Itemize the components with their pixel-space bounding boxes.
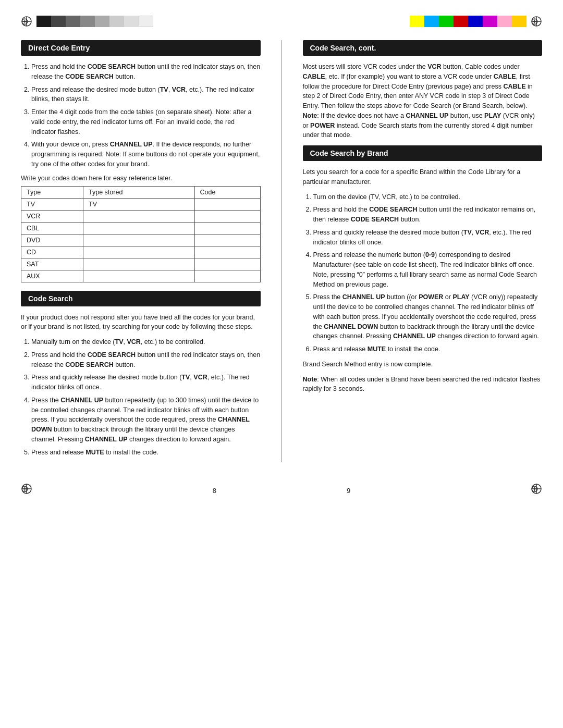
list-item: Press and hold the CODE SEARCH button un… — [31, 62, 261, 82]
table-row: CBL — [21, 222, 261, 234]
table-row: CD — [21, 246, 261, 258]
crosshair-bottom-right — [531, 483, 542, 495]
direct-code-entry-header: Direct Code Entry — [21, 40, 261, 56]
ref-note: Write your codes down here for easy refe… — [21, 175, 261, 182]
code-search-by-brand-header: Code Search by Brand — [303, 145, 543, 161]
list-item: Press the CHANNEL UP button repeatedly (… — [31, 396, 261, 445]
bottom-bar: 8 9 — [21, 478, 542, 495]
left-column: Direct Code Entry Press and hold the COD… — [21, 40, 261, 462]
bar-light-gray2 — [124, 16, 139, 27]
color-bars-left — [36, 16, 153, 27]
table-row: SAT — [21, 258, 261, 270]
table-row: AUX — [21, 270, 261, 282]
bar-red — [454, 16, 468, 27]
code-search-cont-body: Most users will store VCR codes under th… — [303, 62, 543, 140]
code-search-steps: Manually turn on the device (TV, VCR, et… — [21, 337, 261, 457]
crosshair-top-left — [21, 16, 32, 27]
bar-green — [439, 16, 454, 27]
list-item: Press and hold the CODE SEARCH button un… — [31, 350, 261, 370]
list-item: Press and quickly release the desired mo… — [313, 228, 543, 248]
list-item: Press and release MUTE to install the co… — [31, 448, 261, 458]
table-row: VCR — [21, 210, 261, 222]
table-header-row: Type Type stored Code — [21, 186, 261, 198]
top-bar-left — [21, 16, 153, 27]
bottom-left — [21, 483, 32, 495]
list-item: Turn on the device (TV, VCR, etc.) to be… — [313, 192, 543, 202]
list-item: Enter the 4 digit code from the code tab… — [31, 107, 261, 137]
bar-yellow — [410, 16, 424, 27]
code-search-by-brand-intro: Lets you search for a code for a specifi… — [303, 167, 543, 187]
bottom-right — [531, 483, 542, 495]
list-item: Press and release MUTE to install the co… — [313, 344, 543, 354]
brand-search-complete: Brand Search Method entry is now complet… — [303, 360, 543, 369]
bar-mid-gray2 — [95, 16, 109, 27]
table-header-type: Type — [21, 186, 83, 198]
code-search-intro: If your product does not respond after y… — [21, 313, 261, 332]
bar-light-gray1 — [109, 16, 124, 27]
page-numbers: 8 9 — [213, 487, 350, 495]
bar-cyan — [424, 16, 439, 27]
list-item: Press the CHANNEL UP button ((or POWER o… — [313, 292, 543, 341]
list-item: Press and quickly release the desired mo… — [31, 373, 261, 392]
list-item: Manually turn on the device (TV, VCR, et… — [31, 337, 261, 347]
list-item: With your device on, press CHANNEL UP. I… — [31, 140, 261, 169]
bar-mid-gray1 — [80, 16, 95, 27]
brand-search-note: Note: When all codes under a Brand have … — [303, 375, 543, 394]
bar-blue — [468, 16, 483, 27]
list-item: Press and release the desired mode butto… — [31, 85, 261, 105]
main-content: Direct Code Entry Press and hold the COD… — [21, 40, 542, 462]
column-divider — [282, 40, 282, 462]
list-item: Press and hold the CODE SEARCH button un… — [313, 205, 543, 225]
bar-dark-gray2 — [66, 16, 80, 27]
code-reference-table: Type Type stored Code TV TV VCR CBL — [21, 186, 261, 282]
left-page-number: 8 — [213, 487, 216, 495]
code-search-cont-header: Code Search, cont. — [303, 40, 543, 56]
list-item: Press and release the numeric button (0-… — [313, 250, 543, 289]
bar-magenta — [483, 16, 497, 27]
crosshair-bottom-left — [21, 483, 32, 495]
bar-gold — [512, 16, 527, 27]
crosshair-top-right — [531, 16, 542, 27]
bar-lightest-gray — [139, 16, 153, 27]
top-bar-right — [410, 16, 542, 27]
code-search-header: Code Search — [21, 291, 261, 306]
bar-dark-gray1 — [51, 16, 66, 27]
direct-code-entry-steps: Press and hold the CODE SEARCH button un… — [21, 62, 261, 169]
table-header-type-stored: Type stored — [83, 186, 195, 198]
table-header-code: Code — [194, 186, 260, 198]
table-row: TV TV — [21, 198, 261, 210]
code-search-by-brand-steps: Turn on the device (TV, VCR, etc.) to be… — [303, 192, 543, 354]
bar-black — [36, 16, 51, 27]
right-column: Code Search, cont. Most users will store… — [303, 40, 543, 462]
right-page-number: 9 — [347, 487, 350, 495]
page-wrapper: Direct Code Entry Press and hold the COD… — [0, 0, 563, 728]
top-bar — [21, 16, 542, 27]
bar-pink — [497, 16, 512, 27]
table-row: DVD — [21, 234, 261, 246]
color-bars-right — [410, 16, 527, 27]
